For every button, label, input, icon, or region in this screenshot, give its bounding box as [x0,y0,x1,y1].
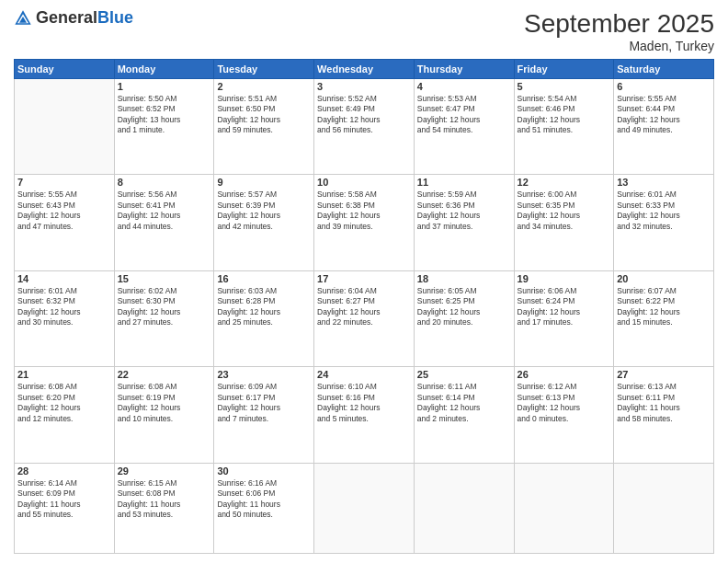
calendar-cell: 25Sunrise: 6:11 AM Sunset: 6:14 PM Dayli… [414,367,514,463]
calendar-cell: 22Sunrise: 6:08 AM Sunset: 6:19 PM Dayli… [114,367,214,463]
day-number: 20 [617,273,711,284]
calendar-cell: 24Sunrise: 6:10 AM Sunset: 6:16 PM Dayli… [314,367,415,463]
calendar-cell: 9Sunrise: 5:57 AM Sunset: 6:39 PM Daylig… [214,175,314,270]
day-header-saturday: Saturday [614,60,714,79]
day-number: 10 [317,177,411,188]
day-info: Sunrise: 6:00 AM Sunset: 6:35 PM Dayligh… [518,190,611,232]
calendar-cell: 15Sunrise: 6:02 AM Sunset: 6:30 PM Dayli… [114,270,214,366]
day-info: Sunrise: 6:14 AM Sunset: 6:09 PM Dayligh… [17,478,111,521]
day-info: Sunrise: 5:58 AM Sunset: 6:38 PM Dayligh… [317,190,411,232]
day-info: Sunrise: 5:59 AM Sunset: 6:36 PM Dayligh… [417,190,511,232]
logo-general: General [36,8,97,27]
day-number: 17 [317,273,411,284]
day-info: Sunrise: 5:52 AM Sunset: 6:49 PM Dayligh… [317,94,411,136]
day-number: 28 [17,465,111,477]
calendar-cell: 26Sunrise: 6:12 AM Sunset: 6:13 PM Dayli… [514,367,614,463]
calendar-week-3: 14Sunrise: 6:01 AM Sunset: 6:32 PM Dayli… [15,270,714,366]
day-number: 26 [518,369,611,380]
day-number: 1 [118,81,211,92]
day-info: Sunrise: 6:08 AM Sunset: 6:20 PM Dayligh… [17,382,111,424]
day-info: Sunrise: 6:04 AM Sunset: 6:27 PM Dayligh… [317,286,411,328]
day-number: 30 [217,465,311,477]
day-number: 24 [317,369,411,380]
day-info: Sunrise: 6:11 AM Sunset: 6:14 PM Dayligh… [417,382,511,424]
day-header-friday: Friday [514,60,614,79]
calendar-cell: 12Sunrise: 6:00 AM Sunset: 6:35 PM Dayli… [514,175,614,270]
day-header-wednesday: Wednesday [314,60,415,79]
logo-icon [14,9,32,28]
calendar-cell: 29Sunrise: 6:15 AM Sunset: 6:08 PM Dayli… [114,463,214,553]
day-number: 2 [217,81,311,92]
month-title: September 2025 [524,9,714,39]
calendar-cell [314,463,415,553]
day-number: 4 [417,81,511,92]
day-info: Sunrise: 6:10 AM Sunset: 6:16 PM Dayligh… [317,382,411,424]
calendar-cell: 30Sunrise: 6:16 AM Sunset: 6:06 PM Dayli… [214,463,314,553]
day-info: Sunrise: 6:12 AM Sunset: 6:13 PM Dayligh… [518,382,611,424]
calendar-cell: 23Sunrise: 6:09 AM Sunset: 6:17 PM Dayli… [214,367,314,463]
day-info: Sunrise: 6:09 AM Sunset: 6:17 PM Dayligh… [217,382,311,424]
day-number: 29 [118,465,211,477]
calendar-week-2: 7Sunrise: 5:55 AM Sunset: 6:43 PM Daylig… [15,175,714,270]
day-header-tuesday: Tuesday [214,60,314,79]
day-info: Sunrise: 5:53 AM Sunset: 6:47 PM Dayligh… [417,94,511,136]
day-header-monday: Monday [114,60,214,79]
day-number: 21 [17,369,111,380]
day-info: Sunrise: 5:50 AM Sunset: 6:52 PM Dayligh… [118,94,211,136]
day-number: 23 [217,369,311,380]
day-number: 6 [617,81,711,92]
day-info: Sunrise: 6:02 AM Sunset: 6:30 PM Dayligh… [118,286,211,328]
day-info: Sunrise: 6:13 AM Sunset: 6:11 PM Dayligh… [617,382,711,424]
day-info: Sunrise: 6:15 AM Sunset: 6:08 PM Dayligh… [118,478,211,521]
day-number: 3 [317,81,411,92]
page-header: GeneralBlue September 2025 Maden, Turkey [14,9,714,53]
day-number: 7 [17,177,111,188]
calendar-week-4: 21Sunrise: 6:08 AM Sunset: 6:20 PM Dayli… [15,367,714,463]
day-info: Sunrise: 5:55 AM Sunset: 6:44 PM Dayligh… [617,94,711,136]
day-number: 13 [617,177,711,188]
day-info: Sunrise: 5:55 AM Sunset: 6:43 PM Dayligh… [17,190,111,232]
calendar-cell: 20Sunrise: 6:07 AM Sunset: 6:22 PM Dayli… [614,270,714,366]
calendar-cell: 11Sunrise: 5:59 AM Sunset: 6:36 PM Dayli… [414,175,514,270]
title-block: September 2025 Maden, Turkey [524,9,714,53]
day-info: Sunrise: 5:54 AM Sunset: 6:46 PM Dayligh… [518,94,611,136]
day-number: 5 [518,81,611,92]
day-number: 8 [118,177,211,188]
calendar-cell: 19Sunrise: 6:06 AM Sunset: 6:24 PM Dayli… [514,270,614,366]
calendar-cell: 16Sunrise: 6:03 AM Sunset: 6:28 PM Dayli… [214,270,314,366]
calendar-cell: 21Sunrise: 6:08 AM Sunset: 6:20 PM Dayli… [15,367,115,463]
day-info: Sunrise: 6:05 AM Sunset: 6:25 PM Dayligh… [417,286,511,328]
day-info: Sunrise: 6:01 AM Sunset: 6:33 PM Dayligh… [617,190,711,232]
calendar-cell: 2Sunrise: 5:51 AM Sunset: 6:50 PM Daylig… [214,79,314,175]
day-number: 22 [118,369,211,380]
day-number: 12 [518,177,611,188]
calendar-cell: 7Sunrise: 5:55 AM Sunset: 6:43 PM Daylig… [15,175,115,270]
day-number: 19 [518,273,611,284]
calendar-cell [514,463,614,553]
day-info: Sunrise: 6:06 AM Sunset: 6:24 PM Dayligh… [518,286,611,328]
day-info: Sunrise: 5:51 AM Sunset: 6:50 PM Dayligh… [217,94,311,136]
location-subtitle: Maden, Turkey [524,39,714,53]
day-header-sunday: Sunday [15,60,115,79]
day-header-thursday: Thursday [414,60,514,79]
day-number: 25 [417,369,511,380]
calendar-cell: 4Sunrise: 5:53 AM Sunset: 6:47 PM Daylig… [414,79,514,175]
calendar-cell: 10Sunrise: 5:58 AM Sunset: 6:38 PM Dayli… [314,175,415,270]
calendar-cell [414,463,514,553]
calendar-week-1: 1Sunrise: 5:50 AM Sunset: 6:52 PM Daylig… [15,79,714,175]
day-info: Sunrise: 5:57 AM Sunset: 6:39 PM Dayligh… [217,190,311,232]
calendar-cell: 14Sunrise: 6:01 AM Sunset: 6:32 PM Dayli… [15,270,115,366]
logo-blue: Blue [97,8,133,27]
day-number: 16 [217,273,311,284]
day-number: 27 [617,369,711,380]
day-info: Sunrise: 6:08 AM Sunset: 6:19 PM Dayligh… [118,382,211,424]
day-number: 11 [417,177,511,188]
calendar-cell [614,463,714,553]
calendar-cell: 5Sunrise: 5:54 AM Sunset: 6:46 PM Daylig… [514,79,614,175]
day-info: Sunrise: 6:03 AM Sunset: 6:28 PM Dayligh… [217,286,311,328]
day-number: 14 [17,273,111,284]
calendar-cell: 13Sunrise: 6:01 AM Sunset: 6:33 PM Dayli… [614,175,714,270]
calendar-week-5: 28Sunrise: 6:14 AM Sunset: 6:09 PM Dayli… [15,463,714,553]
day-number: 18 [417,273,511,284]
calendar-table: SundayMondayTuesdayWednesdayThursdayFrid… [14,59,714,554]
